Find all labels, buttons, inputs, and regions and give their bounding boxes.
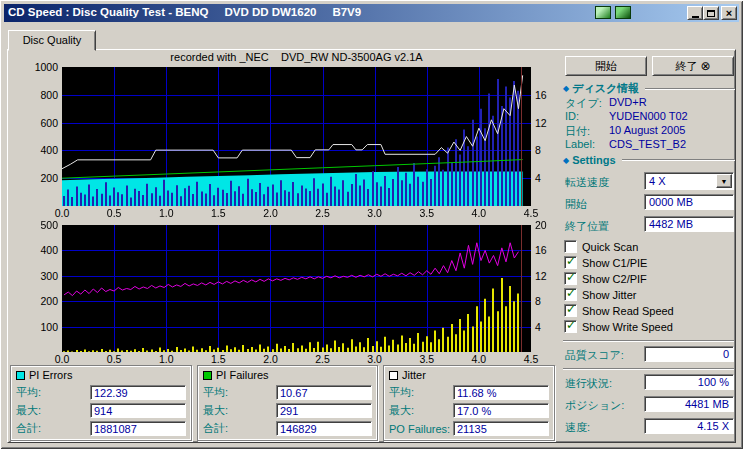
check-icon: ✓ [566,270,576,284]
info-label: Label: [565,138,609,150]
speed-label: 速度: [565,420,590,435]
axis-tick-label: 2.0 [255,207,285,219]
axis-tick-label: 3.5 [412,353,442,365]
checkbox-box[interactable]: ✓ [564,240,577,253]
disc-info-header: ◆ ディスク情報 [563,81,735,96]
info-label: タイプ: [565,96,609,111]
legend-value-field: 291 [276,403,372,418]
legend-value-field: 11.68 % [453,385,549,400]
checkbox-box[interactable]: ✓ [564,272,577,285]
checkbox-label: Show Jitter [582,289,636,301]
progress-field: 100 % [644,374,734,390]
checkbox-box[interactable]: ✓ [564,288,577,301]
axis-tick-label: 1000 [20,61,58,73]
legend-row-label: 最大: [16,403,41,418]
axis-tick-label: 1.5 [203,207,233,219]
legend-value-field: 914 [90,403,186,418]
progress-value: 100 % [698,376,729,388]
checkbox-show-c2-pif[interactable]: ✓ Show C2/PIF [564,272,647,285]
axis-tick-label: 3.0 [360,353,390,365]
recorded-with-text: recorded with _NEC DVD_RW ND-3500AG v2.1… [130,51,463,63]
combo-dropdown-button[interactable]: ▼ [716,174,732,188]
axis-tick-label: 12 [535,270,555,282]
maximize-button[interactable] [703,6,719,20]
exit-icon: ⊗ [700,61,710,71]
legend-value-field: 10.67 [276,385,372,400]
axis-tick-label: 4.0 [464,353,494,365]
check-icon: ✓ [566,286,576,300]
legend-row-label: PO Failures: [389,423,450,435]
axis-tick-label: 200 [20,295,58,307]
exit-button-label: 終了 [675,59,697,74]
axis-tick-label: 2.0 [255,353,285,365]
start-position-field[interactable]: 0000 MB [644,194,734,210]
legend-value-field: 1881087 [90,421,186,436]
axis-tick-label: 4.5 [516,353,546,365]
checkbox-show-jitter[interactable]: ✓ Show Jitter [564,288,636,301]
quality-score-value: 0 [723,348,729,360]
jitter-swatch [389,371,398,380]
axis-tick-label: 0.5 [99,207,129,219]
bottom-chart-canvas [62,225,531,352]
pi-errors-swatch [16,371,25,380]
start-button[interactable]: 開始 [565,56,647,76]
window-title: CD Speed : Disc Quality Test - BENQ DVD … [8,6,361,18]
tab-label: Disc Quality [23,34,82,46]
legend-value-field: 122.39 [90,385,186,400]
axis-tick-label: 4 [535,172,555,184]
legend-title: PI Failures [216,369,269,381]
tab-disc-quality[interactable]: Disc Quality [8,30,96,51]
top-chart-canvas [62,67,531,206]
axis-tick-label: 3.5 [412,207,442,219]
close-button[interactable]: × [721,6,737,20]
separator [563,340,734,342]
axis-tick-label: 600 [20,117,58,129]
checkbox-show-c1-pie[interactable]: ✓ Show C1/PIE [564,256,647,269]
legend-row-label: 最大: [203,403,228,418]
titlebar[interactable]: CD Speed : Disc Quality Test - BENQ DVD … [4,4,739,22]
axis-tick-label: 1.0 [151,353,181,365]
minimize-button[interactable] [687,6,703,20]
screenshot-icon[interactable] [595,6,611,19]
checkbox-box[interactable]: ✓ [564,304,577,317]
settings-title: Settings [572,154,615,166]
checkbox-label: Show Write Speed [582,321,673,333]
legend-value-field: 146829 [276,421,372,436]
legend-row-label: 平均: [389,385,414,400]
info-value: CDS_TEST_B2 [609,138,686,150]
legend-row-label: 合計: [16,421,41,436]
checkbox-show-write-speed[interactable]: ✓ Show Write Speed [564,320,673,333]
pi-failures-legend-box: PI Failures 平均:10.67 最大:291 合計:146829 [197,365,378,441]
position-field: 4481 MB [644,396,734,412]
app-window: CD Speed : Disc Quality Test - BENQ DVD … [0,0,743,449]
checkbox-label: Show C2/PIF [582,273,647,285]
disc-info-row-id: ID: YUDEN000 T02 [565,110,735,122]
legend-title: PI Errors [29,369,72,381]
checkbox-quick-scan[interactable]: ✓ Quick Scan [564,240,638,253]
save-image-icon[interactable] [615,6,631,19]
checkbox-box[interactable]: ✓ [564,320,577,333]
axis-tick-label: 4.5 [516,207,546,219]
info-value: YUDEN000 T02 [609,110,688,122]
transfer-rate-select[interactable]: 4 X ▼ [644,172,734,190]
legend-row-label: 最大: [389,403,414,418]
end-position-field[interactable]: 4482 MB [644,216,734,232]
checkbox-box[interactable]: ✓ [564,256,577,269]
axis-tick-label: 200 [20,172,58,184]
position-label: ポジション: [565,398,624,413]
exit-button[interactable]: 終了 ⊗ [652,56,734,76]
disc-info-row-label: Label: CDS_TEST_B2 [565,138,735,150]
axis-tick-label: 2.5 [308,353,338,365]
end-position-value: 4482 MB [649,218,693,230]
axis-tick-label: 300 [20,270,58,282]
start-position-value: 0000 MB [649,196,693,208]
legend-value-field: 21135 [453,421,549,436]
start-button-label: 開始 [595,59,617,74]
axis-tick-label: 2.5 [308,207,338,219]
disc-info-row-date: 日付: 10 August 2005 [565,124,735,139]
axis-tick-label: 500 [20,219,58,231]
jitter-legend-box: Jitter 平均:11.68 % 最大:17.0 % PO Failures:… [383,365,555,441]
axis-tick-label: 4 [535,321,555,333]
axis-tick-label: 0.0 [47,353,77,365]
checkbox-show-read-speed[interactable]: ✓ Show Read Speed [564,304,674,317]
